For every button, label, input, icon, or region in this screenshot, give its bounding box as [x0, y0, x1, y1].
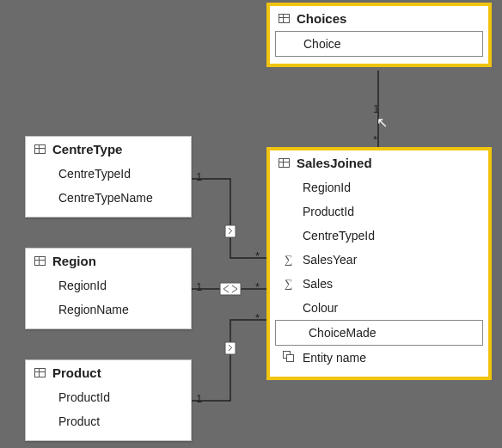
field-productid[interactable]: ProductId: [26, 385, 191, 409]
table-icon: [34, 144, 46, 154]
field-regionid[interactable]: RegionId: [26, 273, 191, 298]
field-centretypeid[interactable]: CentreTypeId: [26, 162, 191, 186]
table-title: CentreType: [52, 142, 122, 156]
table-icon: [34, 368, 46, 377]
table-centretype[interactable]: CentreType CentreTypeId CentreTypeName: [25, 136, 192, 218]
table-icon: [279, 158, 290, 168]
field-regionid[interactable]: RegionId: [270, 175, 488, 199]
cardinality-product-many: *: [255, 311, 260, 324]
field-choicemade[interactable]: ChoiceMade: [275, 320, 483, 346]
cardinality-region-many: *: [255, 280, 260, 293]
sigma-icon: ∑: [282, 275, 296, 292]
table-header: CentreType: [26, 137, 191, 160]
field-productid[interactable]: ProductId: [270, 199, 488, 224]
table-title: Choices: [297, 11, 346, 26]
cardinality-choices-one: 1: [373, 102, 379, 115]
table-header: Region: [26, 249, 191, 272]
svg-rect-0: [225, 225, 236, 237]
field-colour[interactable]: Colour: [270, 296, 488, 320]
cardinality-centretype-many: *: [255, 249, 260, 262]
field-regionname[interactable]: RegionName: [26, 298, 191, 322]
table-title: Region: [52, 254, 96, 268]
svg-rect-1: [225, 342, 236, 354]
cardinality-centretype-one: 1: [196, 170, 202, 183]
hierarchy-icon: [282, 349, 296, 366]
table-title: Product: [52, 365, 101, 380]
cardinality-region-one: 1: [196, 280, 202, 293]
table-icon: [34, 256, 46, 266]
cardinality-product-one: 1: [196, 392, 202, 405]
field-entityname[interactable]: Entity name: [270, 346, 488, 370]
field-salesyear[interactable]: ∑SalesYear: [270, 248, 488, 272]
sigma-icon: ∑: [282, 251, 296, 268]
field-centretypename[interactable]: CentreTypeName: [26, 186, 191, 210]
table-region[interactable]: Region RegionId RegionName: [25, 248, 192, 329]
table-choices[interactable]: Choices Choice: [269, 5, 489, 64]
table-header: Product: [26, 360, 191, 384]
table-header: Choices: [270, 6, 488, 29]
field-centretypeid[interactable]: CentreTypeId: [270, 224, 488, 248]
svg-rect-2: [220, 283, 241, 295]
field-product[interactable]: Product: [26, 409, 191, 433]
cardinality-sales-many-top: *: [373, 133, 377, 146]
table-icon: [279, 14, 290, 23]
field-choice[interactable]: Choice: [275, 31, 483, 57]
table-product[interactable]: Product ProductId Product: [25, 359, 192, 441]
table-title: SalesJoined: [297, 156, 372, 170]
table-salesjoined[interactable]: SalesJoined RegionId ProductId CentreTyp…: [269, 150, 489, 377]
table-header: SalesJoined: [270, 150, 488, 174]
cursor-icon: ↖: [376, 114, 388, 131]
field-sales[interactable]: ∑Sales: [270, 272, 488, 296]
